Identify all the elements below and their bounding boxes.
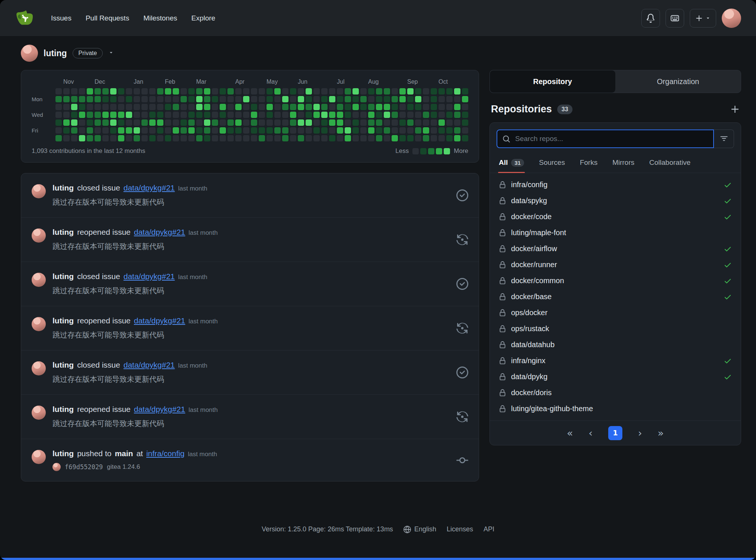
create-new-button[interactable] xyxy=(690,9,716,28)
last-page-button[interactable]: » xyxy=(658,428,664,438)
nav-item-pull-requests[interactable]: Pull Requests xyxy=(80,10,135,26)
repo-row[interactable]: luting/maple-font xyxy=(493,225,738,241)
filter-tab-sources[interactable]: Sources xyxy=(538,153,566,173)
filter-tab-forks[interactable]: Forks xyxy=(579,153,599,173)
repo-row[interactable]: docker/runner xyxy=(493,257,738,273)
legend-less-label: Less xyxy=(395,147,409,155)
repo-name[interactable]: luting/gitea-github-theme xyxy=(511,404,593,413)
heatmap-month-label: Oct xyxy=(438,79,448,85)
target-link[interactable]: data/dpykg#21 xyxy=(124,183,175,192)
tab-organization[interactable]: Organization xyxy=(615,70,741,93)
target-link[interactable]: data/dpykg#21 xyxy=(124,361,175,369)
heatmap-cell xyxy=(462,88,468,95)
heatmap-cell xyxy=(188,104,195,110)
notifications-button[interactable] xyxy=(641,9,660,28)
heatmap-cell xyxy=(55,96,62,102)
repositories-column: Repository Organization Repositories 33 xyxy=(489,70,741,445)
heatmap-cell xyxy=(149,88,156,95)
api-link[interactable]: API xyxy=(484,525,494,533)
add-repository-button[interactable] xyxy=(730,105,740,114)
heatmap-cell xyxy=(282,96,288,102)
nav-item-milestones[interactable]: Milestones xyxy=(138,10,183,26)
repo-name[interactable]: infra/config xyxy=(511,180,548,189)
repo-row[interactable]: docker/common xyxy=(493,273,738,289)
repo-name[interactable]: data/dpykg xyxy=(511,372,548,381)
filter-tab-mirrors[interactable]: Mirrors xyxy=(612,153,635,173)
heatmap-cell xyxy=(454,119,460,126)
heatmap-cell xyxy=(102,104,109,110)
target-link[interactable]: data/dpykg#21 xyxy=(134,316,185,325)
licenses-link[interactable]: Licenses xyxy=(447,525,473,533)
repo-name[interactable]: docker/common xyxy=(511,276,564,285)
target-link[interactable]: data/dpykg#21 xyxy=(124,272,175,281)
heatmap-cell xyxy=(353,127,359,134)
heatmap-cell xyxy=(173,119,179,126)
nav-item-issues[interactable]: Issues xyxy=(45,10,77,26)
filter-icon xyxy=(720,135,728,143)
avatar xyxy=(32,317,46,331)
repo-row[interactable]: docker/code xyxy=(493,209,738,225)
repo-row[interactable]: data/datahub xyxy=(493,337,738,353)
heatmap-cell xyxy=(259,112,265,118)
tab-repository[interactable]: Repository xyxy=(490,70,615,93)
lock-icon xyxy=(499,389,506,397)
heatmap-cell xyxy=(243,112,249,118)
activity-content: lutingpushed tomainatinfra/configlast mo… xyxy=(52,449,217,471)
repo-name[interactable]: docker/airflow xyxy=(511,244,557,253)
repo-name[interactable]: docker/code xyxy=(511,212,552,221)
repo-name[interactable]: data/datahub xyxy=(511,340,555,349)
gitea-logo[interactable] xyxy=(15,9,34,28)
lock-icon xyxy=(499,405,506,413)
repo-name[interactable]: data/spykg xyxy=(511,196,547,205)
preposition-text: at xyxy=(136,449,143,458)
repo-row[interactable]: ops/rustack xyxy=(493,321,738,337)
language-selector[interactable]: English xyxy=(403,525,436,533)
repo-row[interactable]: infra/config xyxy=(493,177,738,193)
repo-name[interactable]: docker/runner xyxy=(511,260,557,269)
heatmap-cell xyxy=(71,88,77,95)
current-page[interactable]: 1 xyxy=(608,426,622,440)
repo-row[interactable]: docker/doris xyxy=(493,385,738,401)
repo-name[interactable]: luting/maple-font xyxy=(511,228,566,237)
heatmap-day-label: Wed xyxy=(32,112,50,118)
panel-button[interactable] xyxy=(666,9,684,28)
heatmap-cell xyxy=(251,96,257,102)
heatmap-day-labels: MonWedFri xyxy=(32,88,50,141)
chevron-down-icon[interactable] xyxy=(108,50,114,57)
nav-item-explore[interactable]: Explore xyxy=(186,10,221,26)
repo-row[interactable]: docker/airflow xyxy=(493,241,738,257)
repo-row[interactable]: luting/gitea-github-theme xyxy=(493,401,738,417)
first-page-button[interactable]: « xyxy=(567,428,573,438)
repo-name[interactable]: docker/base xyxy=(511,292,552,301)
heatmap-cell xyxy=(321,112,328,118)
heatmap-cell xyxy=(282,104,288,110)
next-page-button[interactable]: › xyxy=(638,428,642,438)
heatmap-cell xyxy=(71,112,77,118)
heatmap-cell xyxy=(446,104,453,110)
repo-search-input[interactable] xyxy=(514,134,708,143)
repo-name[interactable]: ops/rustack xyxy=(511,324,549,333)
repo-row[interactable]: data/spykg xyxy=(493,193,738,209)
heatmap-cell xyxy=(345,88,351,95)
repo-name[interactable]: docker/doris xyxy=(511,388,552,397)
repo-row[interactable]: data/dpykg xyxy=(493,369,738,385)
repo-row[interactable]: infra/nginx xyxy=(493,353,738,369)
repo-row[interactable]: ops/docker xyxy=(493,305,738,321)
repo-name[interactable]: ops/docker xyxy=(511,308,548,317)
prev-page-button[interactable]: ‹ xyxy=(588,428,593,438)
filter-tab-collaborative[interactable]: Collaborative xyxy=(648,153,691,173)
profile-avatar[interactable] xyxy=(21,45,38,62)
repo-filter-button[interactable] xyxy=(714,129,734,148)
target-link[interactable]: data/dpykg#21 xyxy=(134,405,185,414)
commit-sha[interactable]: f69d552029 xyxy=(65,463,103,471)
repo-name[interactable]: infra/nginx xyxy=(511,356,545,365)
heatmap-cell xyxy=(446,96,453,102)
target-link[interactable]: infra/config xyxy=(146,449,185,458)
branch-name: main xyxy=(115,449,133,458)
filter-tab-all[interactable]: All31 xyxy=(498,153,525,173)
target-link[interactable]: data/dpykg#21 xyxy=(134,228,185,237)
repo-row[interactable]: docker/base xyxy=(493,289,738,305)
lock-icon xyxy=(499,373,506,381)
user-avatar[interactable] xyxy=(722,9,741,28)
heatmap-cell xyxy=(181,135,187,141)
